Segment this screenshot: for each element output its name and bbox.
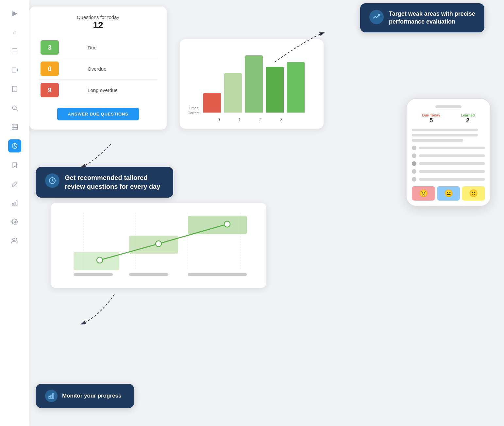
tooltip-target-weak-areas: Target weak areas with precise performan… <box>360 3 484 32</box>
svg-rect-13 <box>12 204 13 205</box>
phone-btn-sad[interactable]: 😟 <box>412 186 435 201</box>
bar-1 <box>224 73 242 113</box>
sidebar-item-chart[interactable] <box>8 196 21 209</box>
due-badge: 3 <box>41 40 59 55</box>
line-chart-svg <box>57 209 260 281</box>
sidebar-item-list[interactable]: ☰ <box>8 44 21 58</box>
bar-col-0 <box>203 93 221 113</box>
phone-notch <box>435 105 462 108</box>
svg-rect-32 <box>49 397 50 399</box>
svg-point-28 <box>224 221 230 227</box>
phone-item-4 <box>412 169 485 174</box>
sidebar: ▶ ⌂ ☰ <box>0 0 29 426</box>
svg-rect-31 <box>188 273 247 276</box>
phone-line-3 <box>412 139 463 142</box>
phone-due-today: Due Today 5 <box>422 113 440 124</box>
sidebar-item-bookmark[interactable] <box>8 158 21 171</box>
bar-col-2 <box>245 55 263 113</box>
svg-rect-34 <box>53 394 54 398</box>
phone-item-dot-1 <box>412 146 416 150</box>
table-row: 3 Due <box>39 37 158 58</box>
table-row: 9 Long overdue <box>39 80 158 101</box>
line-chart-card <box>51 203 266 288</box>
svg-rect-25 <box>188 216 247 234</box>
svg-point-17 <box>13 238 15 240</box>
phone-item-dot-2 <box>412 153 416 158</box>
long-overdue-badge: 9 <box>41 83 59 97</box>
svg-rect-14 <box>14 202 15 205</box>
sidebar-item-gear[interactable] <box>8 215 21 228</box>
phone-line-2 <box>412 134 478 136</box>
svg-rect-23 <box>74 252 119 270</box>
bar-2 <box>245 55 263 113</box>
phone-item-line-5 <box>419 178 485 181</box>
svg-rect-33 <box>51 395 52 399</box>
questions-header: Questions for today 12 <box>39 14 158 30</box>
x-label-3: 3 <box>273 117 290 122</box>
bar-col-3 <box>266 67 284 113</box>
bar-4 <box>287 62 305 113</box>
long-overdue-label: Long overdue <box>86 80 158 101</box>
svg-rect-0 <box>12 68 16 72</box>
svg-point-16 <box>14 221 16 223</box>
phone-stats: Due Today 5 Learned 2 <box>412 113 485 124</box>
svg-rect-15 <box>16 201 17 205</box>
due-today-number: 5 <box>422 117 440 124</box>
phone-item-line-4 <box>419 170 485 173</box>
bar-col-4 <box>287 62 305 113</box>
progress-icon-circle <box>45 390 58 402</box>
svg-rect-24 <box>129 236 178 254</box>
phone-mockup: Due Today 5 Learned 2 <box>406 98 491 206</box>
sidebar-item-edit[interactable] <box>8 177 21 190</box>
svg-marker-1 <box>17 68 18 72</box>
table-row: 0 Overdue <box>39 58 158 80</box>
sidebar-item-home[interactable]: ⌂ <box>8 26 21 39</box>
phone-item-dot-5 <box>412 177 416 182</box>
learned-label: Learned <box>461 113 475 117</box>
overdue-label: Overdue <box>86 58 158 80</box>
questions-today-number: 12 <box>39 20 158 30</box>
tooltip-progress: Monitor your progress <box>36 384 134 408</box>
tooltip-progress-text: Monitor your progress <box>62 393 121 399</box>
phone-line-1 <box>412 129 478 131</box>
bar-0 <box>203 93 221 113</box>
overdue-badge: 0 <box>41 62 59 76</box>
x-label-0: 0 <box>210 117 227 122</box>
sidebar-item-people[interactable] <box>8 234 21 247</box>
phone-item-2 <box>412 153 485 158</box>
sidebar-item-document[interactable] <box>8 82 21 96</box>
phone-item-line-1 <box>419 147 485 149</box>
target-icon-circle <box>369 10 384 24</box>
svg-point-27 <box>156 241 161 247</box>
happy-emoji: 🙂 <box>469 189 478 198</box>
sidebar-item-table[interactable] <box>8 120 21 133</box>
phone-item-line-2 <box>419 154 485 157</box>
questions-table: 3 Due 0 Overdue 9 Long overdue <box>39 37 158 100</box>
svg-line-7 <box>16 109 17 111</box>
phone-item-5 <box>412 177 485 182</box>
neutral-emoji: 😐 <box>444 189 453 198</box>
bar-chart-area <box>203 47 305 113</box>
x-label-1: 1 <box>231 117 248 122</box>
phone-content-lines <box>412 129 485 142</box>
tooltip-target-text: Target weak areas with precise performan… <box>389 10 475 26</box>
due-label: Due <box>86 37 158 58</box>
sidebar-item-clock[interactable] <box>8 139 21 152</box>
due-today-label: Due Today <box>422 113 440 117</box>
phone-btn-happy[interactable]: 🙂 <box>462 186 485 201</box>
chart-y-label: TimesCorrect <box>188 106 199 115</box>
svg-point-6 <box>12 106 16 110</box>
recommended-icon-circle <box>45 173 59 188</box>
phone-learned: Learned 2 <box>461 113 475 124</box>
answer-due-button[interactable]: ANSWER DUE QUESTIONS <box>57 108 139 120</box>
phone-item-line-3 <box>419 162 485 165</box>
tooltip-recommended: Get recommended tailored review question… <box>36 167 173 198</box>
sidebar-item-play[interactable]: ▶ <box>8 7 21 20</box>
x-label-2: 2 <box>252 117 269 122</box>
sidebar-item-search[interactable] <box>8 101 21 115</box>
phone-item-1 <box>412 146 485 150</box>
sidebar-item-video[interactable] <box>8 63 21 77</box>
phone-btn-neutral[interactable]: 😐 <box>437 186 460 201</box>
svg-point-26 <box>97 257 103 263</box>
questions-today-label: Questions for today <box>39 14 158 20</box>
